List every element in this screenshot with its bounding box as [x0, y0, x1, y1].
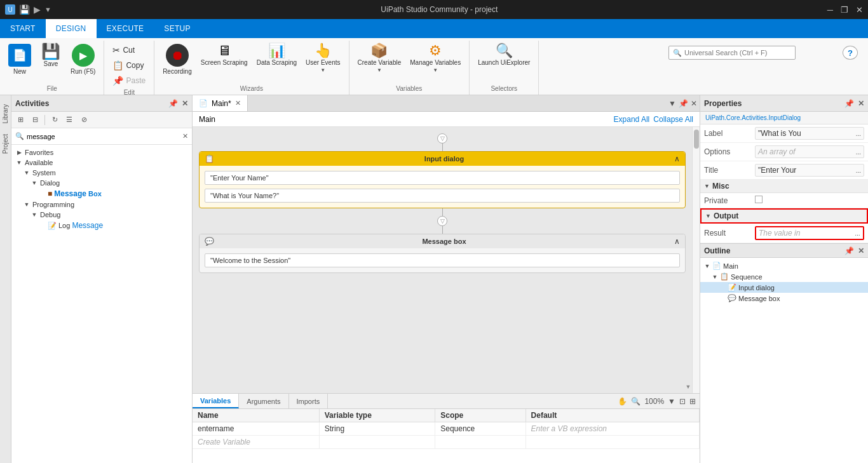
activities-copy-button[interactable]: ⊟: [29, 114, 41, 126]
outline-item-main[interactable]: ▼ 📄 Main: [700, 260, 868, 271]
sidebar-tab-library[interactable]: Library: [1, 100, 10, 128]
tree-item-system[interactable]: ▼ System: [11, 168, 192, 178]
label-value-button[interactable]: ...: [856, 130, 861, 137]
tree-item-dialog[interactable]: ▼ Dialog: [11, 178, 192, 188]
outline-item-input-dialog[interactable]: 📝 Input dialog: [700, 282, 868, 293]
quick-down-icon[interactable]: ▼: [44, 6, 51, 13]
options-value-button[interactable]: ...: [856, 149, 861, 156]
launch-ui-button[interactable]: 🔍 Launch UiExplorer: [475, 42, 533, 68]
tab-start[interactable]: START: [0, 19, 46, 38]
activities-add-button[interactable]: ⊞: [14, 114, 27, 126]
variables-fit-icon[interactable]: ⊡: [679, 397, 686, 406]
data-scraping-button[interactable]: 📊 Data Scraping: [254, 42, 300, 68]
input-dialog-header[interactable]: 📋 Input dialog ∧: [200, 152, 685, 166]
private-value[interactable]: [751, 193, 868, 208]
tree-item-available[interactable]: ▼ Available: [11, 158, 192, 168]
screen-scraping-button[interactable]: 🖥 Screen Scraping: [198, 42, 251, 68]
title-value-button[interactable]: ...: [856, 167, 861, 174]
search-input[interactable]: [684, 49, 791, 57]
tree-item-message-box[interactable]: ■ Message Box: [11, 188, 192, 199]
sidebar-tab-project[interactable]: Project: [1, 130, 10, 158]
quick-run-icon[interactable]: ▶: [34, 4, 41, 15]
collapse-all-button[interactable]: Collapse All: [653, 115, 693, 124]
prop-label-value[interactable]: "What is You ...: [751, 124, 868, 143]
close-button[interactable]: ✕: [856, 5, 863, 15]
var-type[interactable]: String: [319, 422, 435, 436]
tree-item-log-message[interactable]: 📝 Log Message: [11, 220, 192, 231]
tree-item-debug[interactable]: ▼ Debug: [11, 210, 192, 220]
properties-close-button[interactable]: ✕: [858, 99, 864, 108]
tab-pin-button[interactable]: 📌: [679, 99, 688, 108]
variables-zoom-dropdown-icon[interactable]: ▼: [668, 397, 675, 406]
main-tab-close[interactable]: ✕: [235, 99, 241, 107]
output-toggle[interactable]: ▼: [705, 213, 711, 219]
minimize-button[interactable]: ─: [827, 5, 833, 15]
activities-filter-button[interactable]: ⊘: [78, 114, 90, 126]
universal-search-bar[interactable]: 🔍: [668, 46, 796, 60]
properties-pin-button[interactable]: 📌: [844, 99, 854, 108]
outline-item-message-box[interactable]: 💬 Message box: [700, 293, 868, 304]
tree-item-programming[interactable]: ▼ Programming: [11, 199, 192, 210]
activities-close-button[interactable]: ✕: [182, 99, 188, 108]
paste-button[interactable]: 📌 Paste: [109, 74, 149, 88]
tab-setup[interactable]: SETUP: [154, 19, 201, 38]
outline-item-sequence[interactable]: ▼ 📋 Sequence: [700, 271, 868, 282]
user-events-button[interactable]: 👆 User Events ▼: [302, 42, 343, 75]
help-button[interactable]: ?: [843, 46, 858, 60]
var-scope[interactable]: Sequence: [435, 422, 526, 436]
tab-collapse-button[interactable]: ▼: [668, 99, 676, 108]
scrollbar-thumb[interactable]: [694, 130, 699, 149]
tab-imports[interactable]: Imports: [289, 394, 329, 408]
input-dialog-collapse-button[interactable]: ∧: [674, 154, 680, 163]
recording-button[interactable]: ⏺ Recording: [159, 42, 195, 77]
run-button[interactable]: ▶ Run (F5): [67, 42, 98, 77]
activities-refresh-button[interactable]: ↻: [48, 114, 61, 126]
outline-close-button[interactable]: ✕: [858, 246, 864, 255]
scroll-bottom-indicator[interactable]: ▼: [684, 383, 692, 391]
outline-pin-button[interactable]: 📌: [844, 246, 854, 255]
tree-item-favorites[interactable]: ▶ Favorites: [11, 147, 192, 158]
tab-close-button[interactable]: ✕: [691, 99, 697, 108]
create-variable-label[interactable]: Create Variable: [193, 436, 319, 449]
message-box-collapse-button[interactable]: ∧: [674, 237, 680, 246]
tab-execute[interactable]: EXECUTE: [97, 19, 154, 38]
activities-search-input[interactable]: [27, 133, 180, 140]
var-default[interactable]: Enter a VB expression: [526, 422, 699, 436]
result-value[interactable]: The value in ...: [751, 224, 868, 243]
prop-row-label: Label "What is You ...: [700, 124, 868, 143]
activities-list-button[interactable]: ☰: [63, 114, 76, 126]
variables-zoom-value[interactable]: 100%: [644, 397, 664, 406]
tab-variables[interactable]: Variables: [193, 394, 239, 408]
input-dialog-field-1[interactable]: "What is Your Name?": [205, 189, 680, 203]
result-value-button[interactable]: ...: [855, 230, 860, 237]
tab-arguments[interactable]: Arguments: [239, 394, 288, 408]
new-button[interactable]: 📄 New: [5, 42, 34, 77]
search-clear-button[interactable]: ✕: [182, 132, 188, 140]
create-variable-row[interactable]: Create Variable: [193, 436, 700, 449]
selectors-group-label: Selectors: [491, 85, 517, 92]
variables-fullscreen-icon[interactable]: ⊞: [689, 397, 696, 406]
message-box-field-0[interactable]: "Welcome to the Session": [205, 253, 680, 267]
tab-design[interactable]: DESIGN: [46, 19, 97, 38]
activities-pin-button[interactable]: 📌: [168, 99, 178, 108]
message-box-header-label: Message box: [422, 238, 466, 245]
expand-all-button[interactable]: Expand All: [614, 115, 650, 124]
manage-variables-button[interactable]: ⚙ Manage Variables ▼: [407, 42, 464, 75]
main-tab[interactable]: 📄 Main* ✕: [193, 95, 248, 111]
create-variable-button[interactable]: 📦 Create Variable ▼: [355, 42, 405, 75]
restore-button[interactable]: ❐: [841, 5, 848, 15]
input-dialog-field-0[interactable]: "Enter Your Name": [205, 171, 680, 185]
quick-save-icon[interactable]: 💾: [19, 4, 30, 15]
save-button[interactable]: 💾 Save: [37, 42, 65, 69]
copy-button[interactable]: 📋 Copy: [109, 58, 147, 72]
message-box-header[interactable]: 💬 Message box ∧: [200, 234, 685, 248]
misc-toggle[interactable]: ▼: [704, 183, 710, 189]
data-scraping-label: Data Scraping: [257, 59, 297, 66]
private-checkbox[interactable]: [755, 196, 763, 203]
var-name[interactable]: entername: [193, 422, 319, 436]
prop-options-value[interactable]: An array of ...: [751, 143, 868, 161]
prop-title-value[interactable]: "Enter Your ...: [751, 161, 868, 180]
cut-button[interactable]: ✂ Cut: [109, 43, 138, 57]
activities-header-controls: 📌 ✕: [168, 99, 188, 108]
canvas-scrollbar[interactable]: [692, 127, 700, 393]
